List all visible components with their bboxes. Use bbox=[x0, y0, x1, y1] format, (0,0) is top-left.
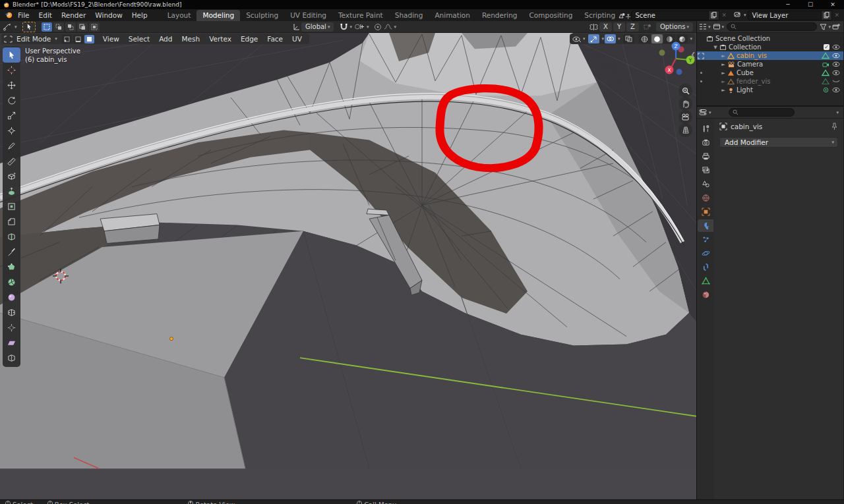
tab-rendering[interactable]: Rendering bbox=[476, 10, 524, 21]
eye-icon[interactable] bbox=[832, 70, 840, 76]
eye-icon[interactable] bbox=[832, 53, 840, 59]
tab-view-layer[interactable] bbox=[698, 164, 713, 177]
mirror-y-button[interactable]: Y bbox=[613, 22, 625, 32]
face-select-button[interactable] bbox=[84, 35, 94, 43]
expand-icon[interactable]: ► bbox=[719, 53, 727, 59]
sidebar-collapse-icon[interactable]: ❮ bbox=[690, 51, 696, 58]
outliner-filter-icon[interactable]: ▾ bbox=[820, 24, 831, 30]
snap-base-icon[interactable] bbox=[643, 23, 652, 31]
mirror-x-button[interactable]: X bbox=[599, 22, 612, 32]
close-button[interactable]: ✕ bbox=[822, 0, 844, 9]
add-cube-tool[interactable] bbox=[3, 169, 20, 184]
xray-toggle[interactable] bbox=[623, 34, 634, 43]
outliner-row-camera[interactable]: ► Camera bbox=[697, 60, 843, 69]
collection-expand-icon[interactable]: ▼ bbox=[711, 45, 719, 50]
proportional-editing-toggle[interactable] bbox=[374, 23, 382, 31]
properties-editor-type-icon[interactable]: ▾ bbox=[699, 109, 711, 116]
menu-select[interactable]: Select bbox=[124, 35, 154, 43]
tab-compositing[interactable]: Compositing bbox=[524, 10, 579, 21]
outliner-editor-type-icon[interactable]: ▾ bbox=[699, 23, 711, 30]
outliner-row-light[interactable]: ► Light bbox=[697, 86, 843, 94]
bevel-tool[interactable] bbox=[3, 214, 20, 229]
pan-button[interactable] bbox=[678, 97, 692, 111]
select-mode-set-button[interactable] bbox=[42, 22, 52, 32]
tab-constraints[interactable] bbox=[698, 261, 713, 273]
object-visibility-dropdown[interactable]: ▾ bbox=[572, 36, 586, 43]
scene-browse-icon[interactable]: ▾ bbox=[615, 12, 632, 19]
new-view-layer-button[interactable] bbox=[822, 11, 832, 20]
menu-view[interactable]: View bbox=[98, 35, 124, 43]
rip-region-tool[interactable] bbox=[3, 350, 20, 366]
gizmos-chevron-icon[interactable]: ▾ bbox=[601, 36, 604, 42]
menu-vertex[interactable]: Vertex bbox=[204, 35, 236, 43]
tab-sculpting[interactable]: Sculpting bbox=[240, 10, 284, 21]
breadcrumb-object-name[interactable]: cabin_vis bbox=[731, 123, 762, 130]
transform-tool[interactable] bbox=[3, 123, 20, 138]
tab-shading[interactable]: Shading bbox=[389, 10, 429, 21]
menu-face[interactable]: Face bbox=[262, 35, 287, 43]
orientation-dropdown[interactable]: Global▾ bbox=[301, 22, 334, 32]
knife-tool[interactable] bbox=[3, 244, 20, 260]
select-box-tool[interactable] bbox=[3, 47, 20, 63]
options-dropdown[interactable]: Options▾ bbox=[656, 22, 693, 32]
outliner-search-input[interactable] bbox=[727, 22, 817, 31]
mirror-z-button[interactable]: Z bbox=[626, 22, 639, 32]
shrink-fatten-tool[interactable] bbox=[3, 320, 20, 335]
tab-output[interactable] bbox=[698, 150, 713, 163]
tab-scene[interactable] bbox=[698, 178, 713, 190]
eye-icon[interactable] bbox=[832, 61, 840, 67]
gizmo-axis-y-neg[interactable] bbox=[659, 50, 665, 56]
edge-slide-tool[interactable] bbox=[3, 305, 20, 320]
menu-render[interactable]: Render bbox=[57, 11, 90, 19]
menu-window[interactable]: Window bbox=[90, 11, 127, 19]
select-mode-intersect-button[interactable] bbox=[89, 22, 100, 32]
mode-dropdown[interactable]: Edit Mode bbox=[13, 35, 53, 43]
loop-cut-tool[interactable] bbox=[3, 229, 20, 244]
inset-faces-tool[interactable] bbox=[3, 199, 20, 214]
select-mode-subtract-button[interactable] bbox=[65, 22, 76, 32]
scale-tool[interactable] bbox=[3, 108, 20, 123]
outliner-row-cabin-vis[interactable]: ► cabin_vis bbox=[697, 51, 843, 60]
annotate-tool[interactable] bbox=[3, 138, 20, 154]
tab-texture-paint[interactable]: Texture Paint bbox=[332, 10, 389, 21]
tab-modeling[interactable]: Modeling bbox=[196, 10, 240, 21]
tab-material[interactable] bbox=[698, 289, 713, 301]
expand-icon[interactable]: ► bbox=[719, 79, 727, 84]
viewport-scene[interactable] bbox=[0, 33, 696, 499]
new-collection-icon[interactable] bbox=[832, 23, 840, 30]
view-layer-field[interactable]: View Layer bbox=[748, 11, 822, 20]
tab-particles[interactable] bbox=[698, 233, 713, 246]
view-layer-browse-icon[interactable]: ▾ bbox=[732, 12, 748, 19]
collection-checkbox[interactable]: ✓ bbox=[824, 44, 829, 50]
overlays-toggle[interactable] bbox=[605, 34, 616, 43]
tab-layout[interactable]: Layout bbox=[162, 10, 197, 21]
tab-animation[interactable]: Animation bbox=[429, 10, 476, 21]
tab-render[interactable] bbox=[698, 136, 713, 149]
poly-build-tool[interactable] bbox=[3, 260, 20, 275]
minimize-button[interactable]: ─ bbox=[777, 0, 799, 9]
properties-search-input[interactable] bbox=[729, 108, 795, 117]
viewport-3d[interactable]: Edit Mode ▾ View Select Add Mesh Vertex … bbox=[0, 33, 696, 499]
rotate-tool[interactable] bbox=[3, 93, 20, 108]
tab-world[interactable] bbox=[698, 192, 713, 204]
add-modifier-dropdown[interactable]: Add Modifier ▾ bbox=[719, 137, 838, 148]
menu-file[interactable]: File bbox=[13, 11, 34, 19]
extrude-region-tool[interactable] bbox=[3, 184, 20, 199]
properties-filter-chevron-icon[interactable]: ▾ bbox=[836, 110, 839, 115]
proportional-falloff-dropdown[interactable]: ▾ bbox=[384, 23, 396, 30]
tab-modifiers[interactable] bbox=[698, 219, 713, 232]
new-scene-button[interactable] bbox=[709, 11, 719, 20]
active-tool-icon[interactable] bbox=[3, 22, 13, 31]
pin-icon[interactable] bbox=[831, 123, 838, 130]
blender-menu-icon[interactable] bbox=[4, 11, 13, 19]
select-box-tool-indicator[interactable] bbox=[22, 22, 36, 32]
expand-icon[interactable]: ► bbox=[719, 62, 727, 67]
menu-help[interactable]: Help bbox=[127, 11, 152, 19]
maximize-button[interactable]: ☐ bbox=[799, 0, 822, 9]
vertex-select-button[interactable] bbox=[62, 35, 72, 43]
scene-name-field[interactable]: Scene bbox=[631, 11, 709, 20]
outliner-row-fender-vis[interactable]: ► fender_vis bbox=[697, 77, 843, 86]
tab-object[interactable] bbox=[698, 206, 713, 218]
gizmos-toggle[interactable] bbox=[588, 34, 599, 43]
gizmo-axis-z-neg[interactable] bbox=[677, 69, 682, 75]
